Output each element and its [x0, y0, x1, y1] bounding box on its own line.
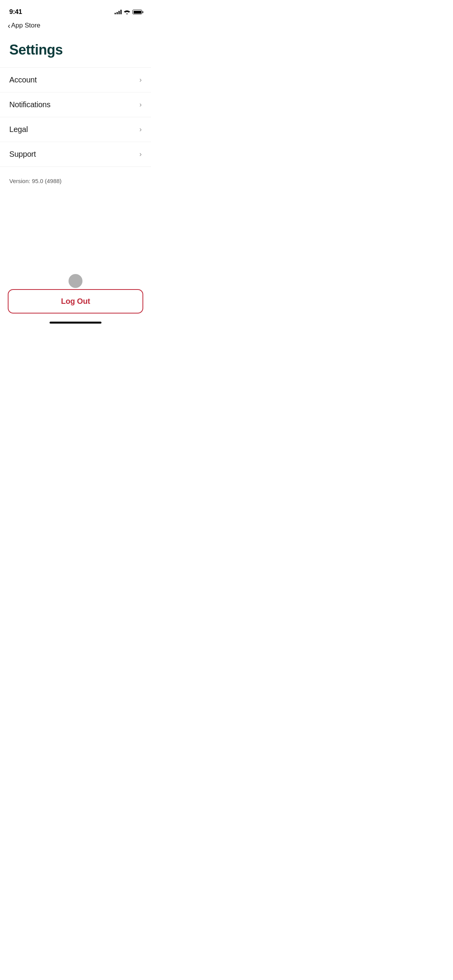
support-chevron-icon: › [139, 150, 142, 158]
legal-label: Legal [9, 125, 28, 134]
back-label: App Store [11, 22, 41, 29]
page-title: Settings [0, 33, 151, 64]
settings-item-account[interactable]: Account › [0, 67, 151, 93]
status-time: 9:41 [9, 8, 22, 16]
signal-icon [115, 10, 122, 14]
back-chevron-icon: ‹ [8, 22, 10, 29]
support-label: Support [9, 150, 36, 159]
logout-button[interactable]: Log Out [8, 289, 143, 314]
logout-button-container: Log Out [8, 289, 143, 314]
settings-list: Account › Notifications › Legal › Suppor… [0, 64, 151, 170]
version-text: Version: 95.0 (4988) [0, 170, 151, 192]
notifications-chevron-icon: › [139, 101, 142, 109]
notifications-label: Notifications [9, 100, 50, 109]
battery-icon [132, 10, 143, 14]
status-bar: 9:41 [0, 0, 151, 19]
settings-item-legal[interactable]: Legal › [0, 117, 151, 142]
status-icons [115, 10, 143, 14]
account-chevron-icon: › [139, 76, 142, 84]
legal-chevron-icon: › [139, 125, 142, 134]
account-label: Account [9, 75, 37, 84]
settings-item-support[interactable]: Support › [0, 142, 151, 167]
home-button-indicator [69, 274, 82, 288]
home-indicator [50, 322, 101, 324]
settings-item-notifications[interactable]: Notifications › [0, 93, 151, 117]
back-navigation[interactable]: ‹ App Store [0, 19, 151, 33]
wifi-icon [124, 10, 130, 14]
